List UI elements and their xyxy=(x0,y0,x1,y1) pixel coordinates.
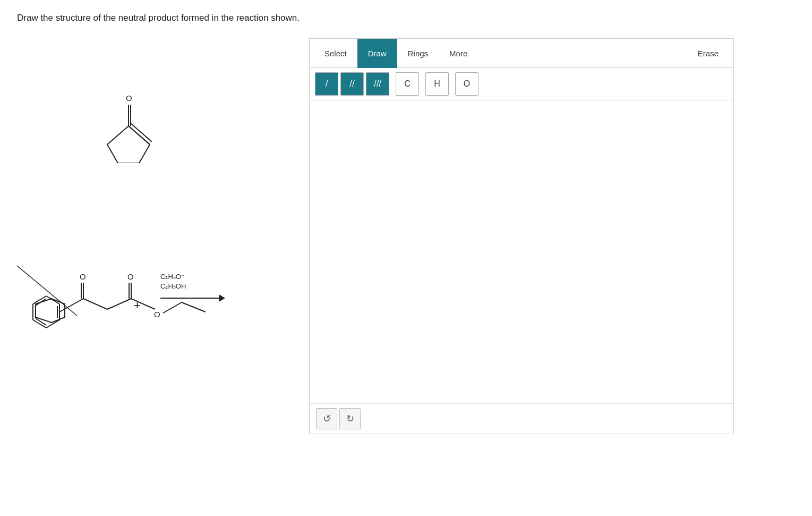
double-bond-button[interactable]: // xyxy=(340,72,364,96)
svg-text:O: O xyxy=(127,272,134,281)
toolbar: Select Draw Rings More Erase xyxy=(310,39,733,68)
svg-text:O: O xyxy=(80,272,86,281)
condition-line1: C₂H₅O⁻ xyxy=(160,272,186,282)
molecule-top: O xyxy=(91,70,166,165)
svg-text:O: O xyxy=(154,310,160,319)
more-button[interactable]: More xyxy=(439,39,478,68)
select-button[interactable]: Select xyxy=(314,39,357,68)
reaction-arrow-area: C₂H₅O⁻ C₂H₅OH xyxy=(160,272,225,302)
erase-button[interactable]: Erase xyxy=(687,45,729,62)
content-area: O + xyxy=(17,38,795,434)
bottom-bar: ↺ ↻ xyxy=(310,403,733,434)
reaction-arrow xyxy=(160,294,225,302)
reaction-area: O + xyxy=(17,38,304,410)
svg-line-21 xyxy=(59,299,83,312)
tool-panel: Select Draw Rings More Erase / // /// C … xyxy=(309,38,734,434)
drawing-canvas[interactable] xyxy=(310,100,733,403)
svg-line-5 xyxy=(129,126,150,145)
carbon-button[interactable]: C xyxy=(396,72,419,96)
question-text: Draw the structure of the neutral produc… xyxy=(17,13,795,23)
condition-line2: C₂H₅OH xyxy=(160,282,186,291)
redo-button[interactable]: ↻ xyxy=(339,408,361,429)
molecule-bottom: O O O xyxy=(17,246,245,365)
svg-line-25 xyxy=(83,299,107,309)
triple-bond-button[interactable]: /// xyxy=(366,72,389,96)
undo-button[interactable]: ↺ xyxy=(316,408,337,429)
oxygen-button[interactable]: O xyxy=(455,72,478,96)
svg-line-1 xyxy=(139,145,150,163)
svg-line-33 xyxy=(182,302,206,312)
reaction-conditions: C₂H₅O⁻ C₂H₅OH xyxy=(160,272,186,291)
svg-line-3 xyxy=(107,145,118,163)
draw-button[interactable]: Draw xyxy=(357,39,397,68)
svg-line-11 xyxy=(17,266,77,316)
single-bond-button[interactable]: / xyxy=(315,72,338,96)
svg-text:O: O xyxy=(126,94,132,103)
page: Draw the structure of the neutral produc… xyxy=(0,0,812,516)
svg-line-30 xyxy=(131,299,155,309)
svg-line-26 xyxy=(107,299,131,309)
svg-line-6 xyxy=(131,123,152,142)
rings-button[interactable]: Rings xyxy=(397,39,439,68)
svg-line-4 xyxy=(107,126,129,145)
bond-row: / // /// C H O xyxy=(310,68,733,100)
svg-line-32 xyxy=(163,302,182,313)
hydrogen-button[interactable]: H xyxy=(425,72,449,96)
